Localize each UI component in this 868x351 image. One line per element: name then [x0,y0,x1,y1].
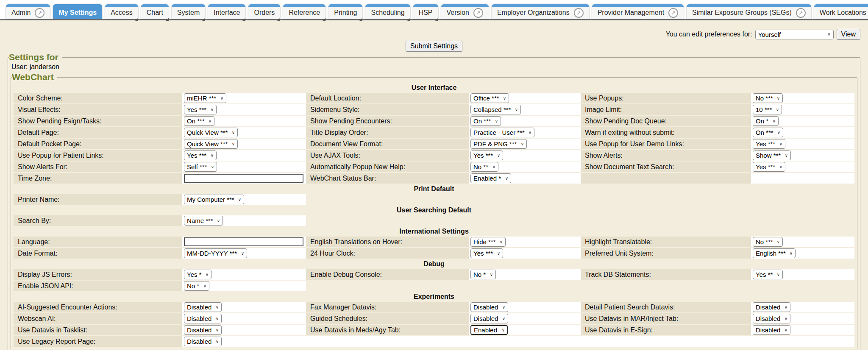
preferences-for-select[interactable]: Yourself [755,30,834,39]
view-button[interactable]: View [837,29,860,40]
automatically-popup-new-help-select[interactable]: No ** [470,162,498,172]
tab-reference[interactable]: Reference [283,4,326,19]
tab-employer-organizations[interactable]: Employer Organizations↗ [492,4,589,19]
tab-access[interactable]: Access [105,4,138,19]
ai-suggested-encounter-actions-select[interactable]: Disabled [184,302,222,312]
time-zone-input[interactable] [184,174,303,183]
submit-settings-button[interactable]: Submit Settings [406,41,462,52]
detail-patient-search-datavis-select[interactable]: Disabled [753,302,790,312]
date-format-select[interactable]: MM-DD-YYYY *** [184,248,247,258]
tab-orders[interactable]: Orders [248,4,280,19]
setting-value-cell: No ** [469,162,581,172]
tab-label: Printing [334,7,357,17]
tab-interface[interactable]: Interface [208,4,245,19]
tab-provider-management[interactable]: Provider Management↗ [592,4,684,19]
title-display-order-select[interactable]: Practice - User *** [470,128,534,137]
default-pocket-page-select[interactable]: Quick View *** [184,139,238,149]
select-wrap: Disabled [470,314,508,323]
setting-value-cell: No *** [751,237,854,247]
setting-row: Show Alerts For:Self ***Automatically Po… [14,162,854,172]
default-page-select[interactable]: Quick View *** [184,128,238,137]
tab-admin[interactable]: Admin↗ [6,4,50,19]
image-limit-select[interactable]: 10 *** [753,105,782,114]
tab-scheduling[interactable]: Scheduling [365,4,410,19]
tab-label: Chart [147,7,163,17]
preferred-unit-system-select[interactable]: English *** [753,248,796,258]
webscan-ai-select[interactable]: Disabled [184,314,222,323]
section-header-row: User Searching Default [14,206,854,214]
use-popup-for-patient-links-select[interactable]: Yes *** [184,150,217,160]
sidemenu-style-select[interactable]: Collapsed *** [470,105,521,114]
color-scheme-select[interactable]: miEHR *** [184,93,226,103]
select-wrap: My Computer *** [184,195,244,204]
tab-my-settings[interactable]: My Settings [53,4,102,19]
select-wrap: No * [184,281,209,291]
tab-version[interactable]: Version↗ [441,4,489,19]
select-wrap: No *** [753,93,783,103]
setting-label: Document View Format: [306,139,469,149]
show-alerts-for-select[interactable]: Self *** [184,162,217,172]
setting-row: Color Scheme:miEHR ***Default Location:O… [14,93,854,103]
tab-label: Access [111,7,133,17]
search-by-select[interactable]: Name *** [184,216,223,226]
enable-json-api-select[interactable]: No * [184,281,209,291]
setting-label: Display JS Errors: [14,269,182,280]
select-wrap: Hide *** [470,237,506,247]
tab-work-locations[interactable]: Work Locations↗ [814,4,868,19]
setting-label: Show Document Text Search: [581,162,751,172]
highlight-translatable-select[interactable]: No *** [753,237,783,247]
open-in-new-icon[interactable]: ↗ [796,8,806,18]
language-input[interactable] [184,237,303,246]
open-in-new-icon[interactable]: ↗ [35,8,45,18]
use-datavis-in-e-sign-select[interactable]: Disabled [753,325,790,335]
warn-if-exiting-without-submit-select[interactable]: On *** [753,128,783,137]
tab-hsp[interactable]: HSP [413,4,438,19]
document-view-format-select[interactable]: PDF & PNG *** [470,139,527,149]
tab-label: Admin [11,7,31,17]
show-pending-encounters-select[interactable]: On *** [470,116,501,126]
select-wrap: Disabled [184,314,222,323]
english-translations-on-hover-select[interactable]: Hide *** [470,237,506,247]
tab-printing[interactable]: Printing [328,4,362,19]
show-pending-doc-queue-select[interactable]: On * [753,116,779,126]
setting-value-cell: On * [751,116,854,126]
use-datavis-in-tasklist-select[interactable]: Disabled [184,325,222,335]
printer-name-select[interactable]: My Computer *** [184,195,244,204]
open-in-new-icon[interactable]: ↗ [473,8,483,18]
setting-row: Visual Effects:Yes ***Sidemenu Style:Col… [14,104,854,115]
use-legacy-report-page-select[interactable]: Disabled [184,337,222,346]
submenu-corner-icon [166,18,169,21]
24-hour-clock-select[interactable]: Yes *** [470,248,503,258]
setting-label: Use Legacy Report Page: [14,336,182,347]
use-datavis-in-mar-inject-tab-select[interactable]: Disabled [753,314,790,323]
setting-row: Search By:Name *** [14,215,854,226]
show-pending-esign-tasks-select[interactable]: On *** [184,116,214,126]
use-popup-for-user-demo-links-select[interactable]: Yes *** [753,139,785,149]
tab-accent-bar [105,4,138,7]
show-document-text-search-select[interactable]: Yes *** [753,162,785,172]
show-alerts-select[interactable]: Show *** [753,150,791,160]
tab-system[interactable]: System [172,4,205,19]
track-db-statements-select[interactable]: Yes ** [753,270,783,279]
use-ajax-tools-select[interactable]: Yes *** [470,150,503,160]
setting-value-cell: No *** [751,93,854,103]
tab-chart[interactable]: Chart [141,4,169,19]
section-title: Print Default [14,184,854,193]
default-location-select[interactable]: Office *** [470,93,509,103]
open-in-new-icon[interactable]: ↗ [668,8,678,18]
display-js-errors-select[interactable]: Yes * [184,270,211,279]
select-wrap: English *** [753,248,796,258]
setting-value-cell: Disabled [182,302,306,312]
visual-effects-select[interactable]: Yes *** [184,105,217,114]
enable-debug-console-select[interactable]: No * [470,270,496,279]
open-in-new-icon[interactable]: ↗ [574,8,584,18]
use-datavis-in-meds-agy-tab-select[interactable]: Enabled [470,325,508,335]
setting-label: Visual Effects: [14,104,182,115]
setting-label: Enable JSON API: [14,281,182,291]
use-popups-select[interactable]: No *** [753,93,783,103]
guided-schedules-select[interactable]: Disabled [470,314,508,323]
tab-similar-exposure-groups-segs[interactable]: Similar Exposure Groups (SEGs)↗ [687,4,811,19]
webchart-status-bar-select[interactable]: Enabled * [470,173,511,183]
fax-manager-datavis-select[interactable]: Disabled [470,302,508,312]
setting-value-cell [182,237,306,247]
